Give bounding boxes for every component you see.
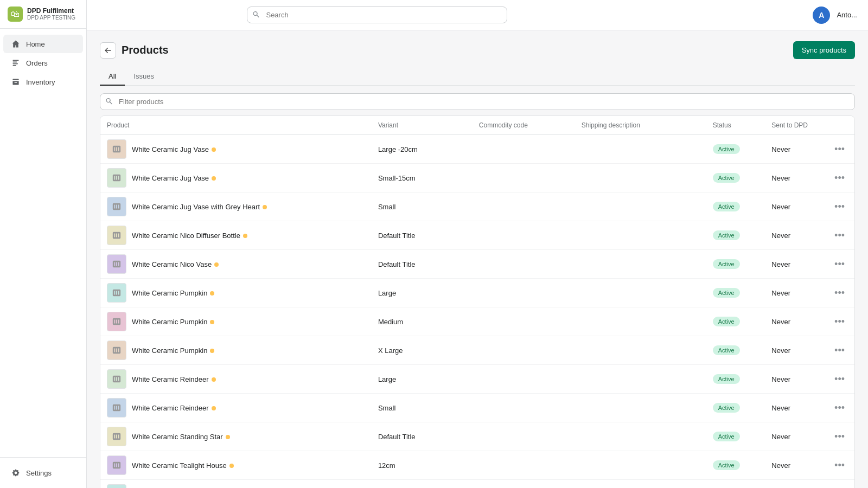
sent-cell: Never xyxy=(765,480,825,489)
product-thumbnail xyxy=(107,369,126,389)
page-header: Products Sync products xyxy=(100,41,855,59)
product-cell: White Ceramic Pumpkin xyxy=(100,336,372,365)
filter-search-icon xyxy=(105,97,113,106)
commodity-cell xyxy=(473,451,575,480)
more-actions-button[interactable]: ••• xyxy=(831,172,848,184)
actions-cell: ••• xyxy=(825,451,854,480)
product-name: White Ceramic Reindeer xyxy=(132,375,216,383)
status-badge: Active xyxy=(713,345,740,355)
product-name: White Ceramic Pumpkin xyxy=(132,318,214,326)
sidebar-item-home[interactable]: Home xyxy=(3,35,83,53)
product-name: White Ceramic Jug Vase xyxy=(132,145,216,153)
sidebar-header: 🛍 DPD Fulfilment DPD APP TESTING xyxy=(0,0,86,29)
table-row: White Ceramic Pumpkin MediumActiveNever•… xyxy=(100,307,854,336)
variant-cell: Default Title xyxy=(372,422,473,451)
sidebar-footer: Settings xyxy=(0,457,86,488)
actions-cell: ••• xyxy=(825,279,854,307)
status-badge: Active xyxy=(713,230,740,240)
sidebar-item-inventory-label: Inventory xyxy=(26,78,55,86)
tab-issues[interactable]: Issues xyxy=(125,68,163,86)
status-badge: Active xyxy=(713,432,740,441)
more-actions-button[interactable]: ••• xyxy=(831,143,848,155)
actions-cell: ••• xyxy=(825,164,854,192)
product-thumbnail xyxy=(107,139,126,159)
col-header-actions xyxy=(825,116,854,135)
page-title: Products xyxy=(122,44,169,56)
sidebar-item-settings[interactable]: Settings xyxy=(3,464,83,482)
commodity-cell xyxy=(473,250,575,279)
commodity-cell xyxy=(473,135,575,164)
warning-indicator xyxy=(210,349,214,353)
more-actions-button[interactable]: ••• xyxy=(831,459,848,471)
actions-cell: ••• xyxy=(825,135,854,164)
brand-name: DPD Fulfilment xyxy=(27,7,75,15)
commodity-cell xyxy=(473,279,575,307)
search-input[interactable] xyxy=(247,7,507,23)
product-cell: White Ceramic Jug Vase xyxy=(100,135,372,164)
more-actions-button[interactable]: ••• xyxy=(831,344,848,356)
more-actions-button[interactable]: ••• xyxy=(831,431,848,442)
brand-text: DPD Fulfilment DPD APP TESTING xyxy=(27,7,75,21)
variant-cell: Large -20cm xyxy=(372,135,473,164)
sidebar-item-inventory[interactable]: Inventory xyxy=(3,73,83,91)
sent-cell: Never xyxy=(765,336,825,365)
col-header-commodity: Commodity code xyxy=(473,116,575,135)
shipping-cell xyxy=(575,307,706,336)
status-cell: Active xyxy=(706,250,765,279)
table-row: White Ceramic Reindeer LargeActiveNever•… xyxy=(100,365,854,394)
back-button[interactable] xyxy=(100,42,116,59)
warning-indicator xyxy=(243,234,247,238)
status-cell: Active xyxy=(706,336,765,365)
table-row: White Ceramic Jug Vase Large -20cmActive… xyxy=(100,135,854,164)
actions-cell: ••• xyxy=(825,394,854,422)
orders-icon xyxy=(11,58,21,68)
product-cell: White Ceramic Reindeer xyxy=(100,394,372,422)
sent-cell: Never xyxy=(765,192,825,221)
product-cell: White Ceramic Tealight House xyxy=(100,451,372,480)
settings-icon xyxy=(11,468,21,478)
more-actions-button[interactable]: ••• xyxy=(831,287,848,299)
col-header-variant: Variant xyxy=(372,116,473,135)
sync-button[interactable]: Sync products xyxy=(793,41,855,59)
product-name: White Ceramic Pumpkin xyxy=(132,289,214,297)
commodity-cell xyxy=(473,221,575,250)
product-name: White Ceramic Jug Vase xyxy=(132,174,216,182)
shipping-cell xyxy=(575,164,706,192)
tab-all[interactable]: All xyxy=(100,68,125,86)
product-thumbnail xyxy=(107,341,126,360)
more-actions-button[interactable]: ••• xyxy=(831,316,848,328)
more-actions-button[interactable]: ••• xyxy=(831,258,848,270)
shipping-cell xyxy=(575,336,706,365)
variant-cell: Large xyxy=(372,279,473,307)
table-row: White Ceramic Standing Star Default Titl… xyxy=(100,422,854,451)
filter-input[interactable] xyxy=(100,93,855,110)
warning-indicator xyxy=(212,147,216,152)
status-cell: Active xyxy=(706,221,765,250)
more-actions-button[interactable]: ••• xyxy=(831,373,848,385)
sidebar-item-orders[interactable]: Orders xyxy=(3,54,83,72)
product-name: White Ceramic Nico Vase xyxy=(132,260,219,268)
product-cell: White Ceramic Jug Vase xyxy=(100,164,372,192)
search-icon xyxy=(252,10,260,20)
product-thumbnail xyxy=(107,484,126,488)
product-cell: White Ceramic Reindeer xyxy=(100,365,372,394)
status-badge: Active xyxy=(713,317,740,326)
sidebar-nav: Home Orders Inventory xyxy=(0,29,86,457)
more-actions-button[interactable]: ••• xyxy=(831,402,848,414)
product-thumbnail xyxy=(107,283,126,303)
col-header-status: Status xyxy=(706,116,765,135)
shipping-cell xyxy=(575,221,706,250)
more-actions-button[interactable]: ••• xyxy=(831,201,848,213)
product-name: White Ceramic Jug Vase with Grey Heart xyxy=(132,203,267,211)
table-row: White Ceramic Tealight House 12cmActiveN… xyxy=(100,451,854,480)
svg-rect-3 xyxy=(12,65,16,66)
product-cell: White Ceramic Jug Vase with Grey Heart xyxy=(100,192,372,221)
product-thumbnail xyxy=(107,455,126,475)
sent-cell: Never xyxy=(765,221,825,250)
shipping-cell xyxy=(575,250,706,279)
table-row: White Ceramic Jug Vase Small-15cmActiveN… xyxy=(100,164,854,192)
table-row: White Ceramic Jug Vase with Grey Heart S… xyxy=(100,192,854,221)
product-thumbnail xyxy=(107,398,126,418)
variant-cell: X Large xyxy=(372,336,473,365)
more-actions-button[interactable]: ••• xyxy=(831,229,848,241)
